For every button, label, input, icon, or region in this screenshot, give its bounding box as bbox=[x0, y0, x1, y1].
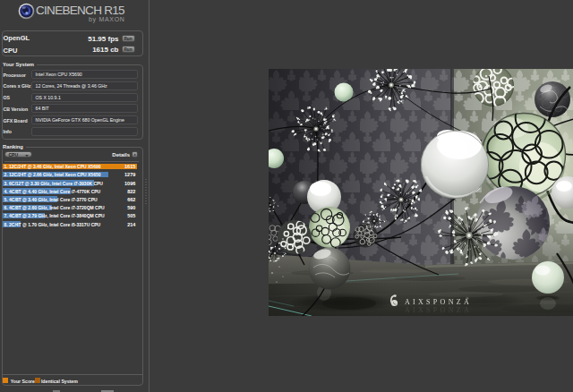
svg-text:AIXSPONZA: AIXSPONZA bbox=[405, 306, 472, 314]
svg-text:®: ® bbox=[466, 296, 469, 301]
